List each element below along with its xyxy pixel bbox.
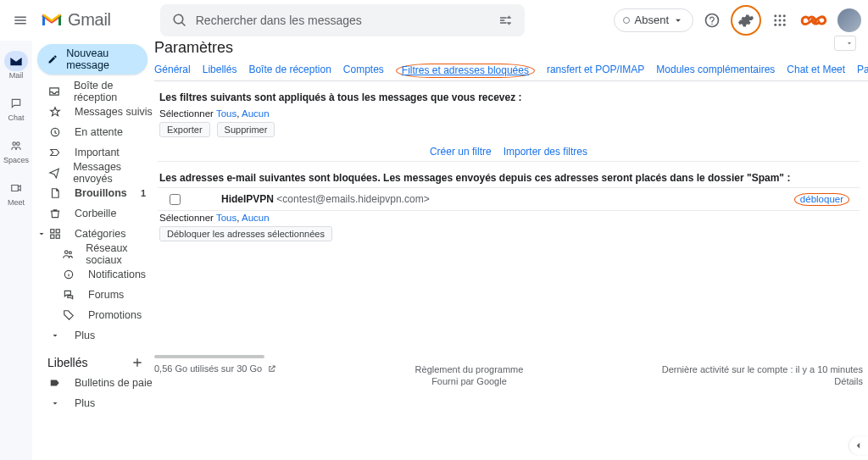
help-button[interactable] bbox=[697, 5, 727, 36]
rail-meet[interactable]: Meet bbox=[0, 173, 32, 215]
svg-point-5 bbox=[783, 19, 786, 21]
language-select[interactable] bbox=[834, 36, 856, 51]
account-avatar[interactable] bbox=[837, 8, 861, 32]
rail-meet-label: Meet bbox=[8, 198, 25, 207]
search-options-icon[interactable] bbox=[491, 13, 520, 28]
blocked-sender-row: HideIPVPN <contest@emails.hideipvpn.com>… bbox=[158, 187, 860, 211]
nav-trash[interactable]: Corbeille bbox=[32, 203, 154, 224]
nav-cat-updates[interactable]: Notifications bbox=[32, 264, 154, 285]
nav-important[interactable]: Important bbox=[32, 142, 154, 163]
nav-categories-label: Catégories bbox=[75, 228, 125, 240]
unblock-selected-button[interactable]: Débloquer les adresses sélectionnées bbox=[159, 226, 332, 241]
nav-drafts-count: 1 bbox=[141, 188, 146, 198]
nav-snoozed-label: En attente bbox=[75, 126, 123, 138]
unblock-link[interactable]: débloquer bbox=[794, 193, 849, 206]
nav-more[interactable]: Plus bbox=[32, 325, 154, 346]
rail-mail-label: Mail bbox=[9, 71, 24, 80]
tab-labels[interactable]: Libellés bbox=[203, 64, 237, 78]
svg-rect-15 bbox=[56, 235, 59, 238]
clock-icon bbox=[47, 126, 63, 138]
filters-select-all[interactable]: Tous bbox=[216, 108, 236, 119]
details-link[interactable]: Détails bbox=[662, 375, 863, 387]
nav-cat-forums[interactable]: Forums bbox=[32, 285, 154, 305]
blocked-sender-checkbox[interactable] bbox=[170, 194, 181, 205]
rail-spaces[interactable]: Spaces bbox=[0, 130, 32, 173]
filters-delete-button[interactable]: Supprimer bbox=[217, 122, 275, 137]
search-input[interactable] bbox=[194, 13, 491, 28]
rail-mail[interactable]: Mail bbox=[0, 46, 32, 88]
gmail-logo[interactable]: Gmail bbox=[37, 10, 111, 30]
nav-inbox-label: Boîte de réception bbox=[74, 80, 154, 103]
svg-point-9 bbox=[13, 142, 15, 146]
svg-point-3 bbox=[774, 19, 776, 21]
svg-point-0 bbox=[774, 14, 776, 17]
tab-advanced[interactable]: Paramètres avancés bbox=[857, 64, 868, 78]
nav-starred-label: Messages suivis bbox=[75, 106, 153, 118]
chevron-down-icon bbox=[36, 229, 47, 239]
compose-button[interactable]: Nouveau message bbox=[37, 44, 147, 75]
nav-important-label: Important bbox=[75, 147, 120, 158]
tab-accounts[interactable]: Comptes bbox=[343, 64, 384, 78]
svg-point-10 bbox=[17, 142, 20, 146]
nav-inbox[interactable]: Boîte de réception bbox=[32, 81, 154, 102]
import-filters-link[interactable]: Importer des filtres bbox=[504, 146, 587, 158]
meet-icon bbox=[4, 178, 28, 198]
label-payslips[interactable]: Bulletins de paie bbox=[32, 373, 154, 393]
horizontal-scrollbar[interactable] bbox=[154, 355, 264, 358]
nav-sent-label: Messages envoyés bbox=[73, 161, 154, 185]
tab-general[interactable]: Général bbox=[154, 64, 191, 78]
extension-icon[interactable] bbox=[798, 11, 829, 30]
tab-inbox[interactable]: Boîte de réception bbox=[248, 64, 331, 78]
add-label-button[interactable] bbox=[131, 356, 144, 369]
nav-categories[interactable]: Catégories bbox=[32, 224, 154, 244]
compose-label: Nouveau message bbox=[66, 47, 134, 71]
svg-point-17 bbox=[69, 252, 71, 254]
tab-forwarding[interactable]: ransfert et POP/IMAP bbox=[547, 64, 644, 78]
nav-starred[interactable]: Messages suivis bbox=[32, 102, 154, 122]
svg-point-1 bbox=[779, 14, 782, 17]
tab-chat[interactable]: Chat et Meet bbox=[787, 64, 845, 78]
search-icon bbox=[165, 13, 194, 28]
nav-trash-label: Corbeille bbox=[75, 208, 116, 219]
nav-sent[interactable]: Messages envoyés bbox=[32, 163, 154, 183]
filters-select-none[interactable]: Aucun bbox=[242, 108, 270, 119]
presence-chip[interactable]: Absent bbox=[614, 8, 693, 32]
categories-icon bbox=[47, 228, 63, 240]
labels-header: Libellés bbox=[47, 356, 87, 369]
nav-cat-forums-label: Forums bbox=[88, 289, 124, 301]
nav-snoozed[interactable]: En attente bbox=[32, 122, 154, 142]
labels-more[interactable]: Plus bbox=[32, 393, 154, 413]
star-icon bbox=[47, 106, 63, 118]
svg-point-16 bbox=[64, 251, 68, 254]
nav-drafts[interactable]: Brouillons 1 bbox=[32, 183, 154, 203]
svg-point-2 bbox=[783, 14, 786, 17]
presence-label: Absent bbox=[635, 14, 669, 26]
create-filter-link[interactable]: Créer un filtre bbox=[430, 146, 492, 158]
rail-chat[interactable]: Chat bbox=[0, 88, 32, 130]
nav-cat-promos[interactable]: Promotions bbox=[32, 305, 154, 325]
tab-filters[interactable]: Filtres et adresses bloquées bbox=[396, 64, 535, 78]
blocked-select-all[interactable]: Tous bbox=[216, 213, 236, 223]
inbox-icon bbox=[47, 86, 62, 97]
chevron-down-icon bbox=[47, 398, 63, 408]
rail-chat-label: Chat bbox=[8, 114, 24, 122]
main-menu-button[interactable] bbox=[3, 3, 37, 37]
blocked-sender-name: HideIPVPN bbox=[221, 193, 274, 205]
apps-button[interactable] bbox=[765, 5, 795, 36]
svg-rect-12 bbox=[51, 230, 54, 233]
side-panel-toggle[interactable] bbox=[849, 436, 868, 455]
policy-link[interactable]: Règlement du programme bbox=[415, 363, 524, 375]
settings-button[interactable] bbox=[731, 5, 761, 36]
forums-icon bbox=[61, 289, 76, 301]
tab-addons[interactable]: Modules complémentaires bbox=[656, 64, 775, 78]
search-bar[interactable] bbox=[160, 4, 525, 36]
open-in-new-icon[interactable] bbox=[267, 364, 276, 374]
filters-export-button[interactable]: Exporter bbox=[159, 122, 210, 137]
svg-point-6 bbox=[774, 23, 776, 25]
draft-icon bbox=[47, 187, 63, 199]
blocked-select-none[interactable]: Aucun bbox=[242, 213, 270, 223]
nav-cat-promos-label: Promotions bbox=[88, 309, 142, 321]
nav-cat-social[interactable]: Réseaux sociaux bbox=[32, 244, 154, 264]
info-icon bbox=[61, 269, 76, 280]
filters-select-label: Sélectionner bbox=[159, 108, 214, 119]
